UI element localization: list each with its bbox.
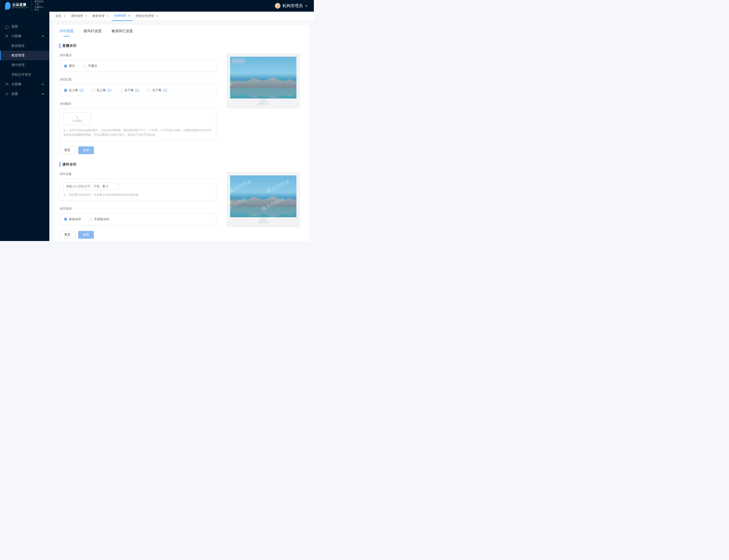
crowd-icon [5, 83, 9, 86]
field-label-show: 水印显示 [59, 53, 216, 57]
position-icon [79, 89, 84, 92]
field-label-text: 水印文案 [59, 172, 216, 176]
radio-icon [64, 217, 67, 221]
position-icon [163, 89, 167, 92]
section-title-live: 直播水印 [59, 44, 304, 48]
section-title-course: 课件水印 [59, 162, 304, 167]
plus-icon: ＋ [75, 115, 79, 119]
main-area: 首页✕ 课件管理✕ 教室管理✕ 全局管理✕ 录制文件管理✕ 水印设置 跑马灯设置… [49, 12, 314, 241]
home-icon [5, 25, 9, 29]
avatar [275, 3, 280, 9]
radio-group-add: 添加水印 不添加水印 [59, 213, 216, 225]
svg-point-1 [7, 35, 8, 36]
field-label-position: 水印位置 [59, 77, 216, 82]
preview-monitor [227, 53, 300, 109]
gear-icon [5, 92, 9, 96]
radio-top-left[interactable]: 左上角 [64, 88, 84, 92]
preview-monitor: 播水印样本 播水印样本 播水印样本 播水印样本 [227, 172, 300, 227]
sidebar: 云朵直播 yunduoketang.com 教育机构一站 式服务云平台 首页 小… [0, 12, 49, 241]
sidebar-item-data[interactable]: 数据概览 [0, 41, 49, 51]
position-icon [107, 89, 111, 92]
tab-global[interactable]: 全局管理✕ [112, 12, 132, 21]
chevron-up-icon [41, 35, 44, 38]
radio-group-show: 显示 不显示 [59, 60, 216, 72]
radio-bottom-left[interactable]: 左下角 [119, 88, 139, 92]
save-button[interactable]: 保存 [78, 231, 94, 239]
username: 机构管理员 [282, 3, 303, 9]
course-watermark-section: 课件水印 水印文案 注：若设置为添加水印，对直播上传的课件和生成的回放生效 [59, 162, 304, 239]
radio-icon [147, 89, 151, 92]
close-icon[interactable]: ✕ [64, 14, 66, 18]
tab-recording[interactable]: 录制文件管理✕ [133, 12, 160, 21]
position-icon [135, 89, 139, 92]
radio-no-wm[interactable]: 不添加水印 [89, 217, 109, 222]
note-text: 注：水印只支持png格式图片，且必须为透明底。建议最佳图片尺寸：174*80，大… [63, 128, 213, 137]
sidebar-item-home[interactable]: 首页 [0, 22, 49, 31]
close-icon[interactable]: ✕ [107, 14, 109, 18]
save-button[interactable]: 保存 [78, 146, 94, 154]
watermark-text-input[interactable] [63, 183, 119, 190]
inner-tabs: 水印设置 跑马灯设置 敏感词汇设置 [59, 29, 304, 36]
chevron-down-icon [41, 83, 44, 86]
field-label-add: 水印添加 [59, 207, 216, 211]
live-watermark-section: 直播水印 水印显示 显示 不显示 水印位置 [59, 44, 304, 154]
radio-icon [64, 89, 67, 92]
radio-hide[interactable]: 不显示 [83, 64, 97, 68]
upload-button[interactable]: ＋ 上传图片 [63, 112, 91, 125]
chevron-down-icon [41, 92, 44, 95]
reset-button[interactable]: 重置 [59, 231, 75, 239]
tab-home[interactable]: 首页✕ [53, 12, 68, 21]
radio-icon [119, 89, 123, 92]
tab-classroom[interactable]: 教室管理✕ [90, 12, 111, 21]
logo-title: 云朵直播 [12, 3, 29, 7]
note-text: 注：若设置为添加水印，对直播上传的课件和生成的回放生效 [63, 193, 213, 197]
radio-show[interactable]: 显示 [64, 64, 75, 68]
close-icon[interactable]: ✕ [85, 14, 87, 18]
sidebar-item-small-class[interactable]: 小班课 [0, 31, 49, 41]
tab-watermark[interactable]: 水印设置 [59, 29, 74, 36]
preview-screen [230, 57, 296, 98]
tabs-bar: 首页✕ 课件管理✕ 教室管理✕ 全局管理✕ 录制文件管理✕ [49, 12, 314, 21]
watermark-preview-icon [232, 59, 245, 63]
tab-sensitive[interactable]: 敏感词汇设置 [112, 29, 133, 36]
radio-icon [89, 217, 93, 221]
reset-button[interactable]: 重置 [59, 146, 75, 154]
radio-bottom-right[interactable]: 右下角 [147, 88, 167, 92]
tab-courseware[interactable]: 课件管理✕ [69, 12, 89, 21]
sidebar-item-recording[interactable]: 录制文件管理 [0, 70, 49, 79]
radio-icon [83, 64, 87, 68]
close-icon[interactable]: ✕ [128, 14, 130, 17]
group-icon [5, 34, 9, 38]
radio-icon [64, 64, 67, 68]
radio-add-wm[interactable]: 添加水印 [64, 217, 81, 222]
logo-icon [5, 2, 11, 10]
sidebar-item-courseware[interactable]: 课件管理 [0, 60, 49, 70]
svg-point-4 [7, 93, 8, 94]
radio-icon [92, 89, 95, 92]
chevron-down-icon [305, 4, 308, 7]
sidebar-item-classroom[interactable]: 教室管理 [0, 51, 49, 60]
user-menu[interactable]: 机构管理员 [275, 3, 308, 9]
svg-point-3 [7, 83, 8, 84]
svg-point-2 [6, 83, 7, 84]
radio-group-position: 左上角 右上角 左下角 右下角 [59, 84, 216, 96]
radio-top-right[interactable]: 右上角 [92, 88, 111, 92]
close-icon[interactable]: ✕ [156, 14, 158, 18]
preview-screen: 播水印样本 播水印样本 播水印样本 播水印样本 [230, 175, 296, 217]
logo-sub: yunduoketang.com [12, 7, 29, 9]
content-panel: 水印设置 跑马灯设置 敏感词汇设置 直播水印 水印显示 显示 不显 [53, 25, 310, 241]
sidebar-item-big-class[interactable]: 大班课 [0, 79, 49, 89]
watermark-preview-icon: 播水印样本 播水印样本 播水印样本 播水印样本 [230, 175, 296, 217]
svg-point-0 [6, 35, 7, 36]
field-label-img: 水印图片 [59, 102, 216, 106]
tab-marquee[interactable]: 跑马灯设置 [84, 29, 102, 36]
sidebar-item-settings[interactable]: 设置 [0, 89, 49, 99]
logo: 云朵直播 yunduoketang.com 教育机构一站 式服务云平台 [0, 0, 49, 12]
